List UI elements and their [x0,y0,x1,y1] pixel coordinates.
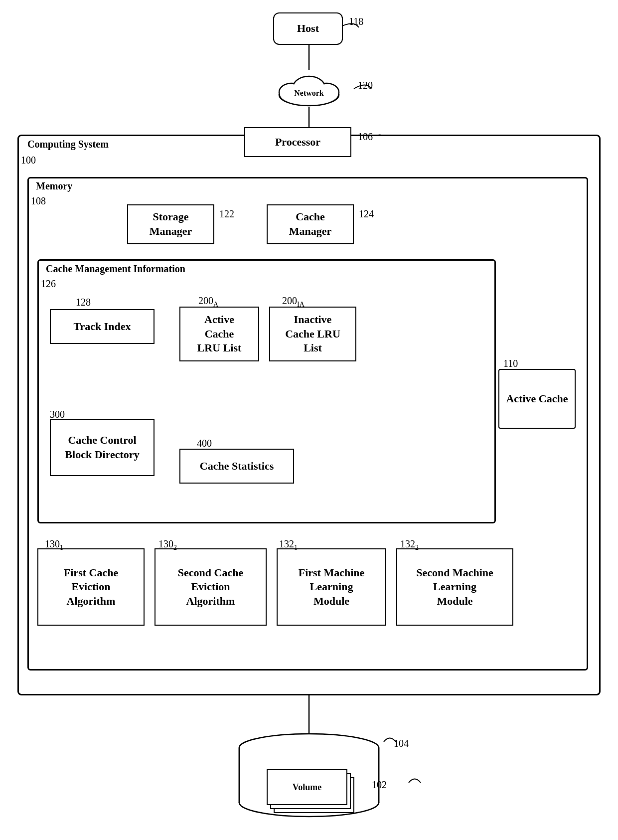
memory-label: Memory [36,180,72,192]
storage-manager-ref: 122 [219,208,234,220]
active-cache-lru-box: ActiveCacheLRU List [179,307,259,361]
diagram-container: Host 118 Network 120 Computing System 10… [0,0,618,840]
memory-ref: 108 [31,195,46,207]
computing-system-label: Computing System [27,139,109,150]
cache-statistics-label: Cache Statistics [200,459,274,474]
storage-manager-box: StorageManager [127,204,214,244]
second-ml-module-ref: 1322 [400,538,419,552]
svg-text:Volume: Volume [293,782,321,792]
cache-manager-ref: 124 [359,208,374,220]
cache-manager-label: CacheManager [289,210,332,238]
second-ml-module-box: Second MachineLearningModule [396,548,513,626]
second-cache-eviction-box: Second CacheEvictionAlgorithm [154,548,267,626]
cache-statistics-ref: 400 [197,438,212,449]
track-index-box: Track Index [50,309,154,344]
cache-control-block-box: Cache ControlBlock Directory [50,419,154,476]
first-cache-eviction-box: First CacheEvictionAlgorithm [37,548,145,626]
network-ref: 120 [358,80,373,91]
host-label: Host [297,21,319,36]
active-cache-lru-label: ActiveCacheLRU List [197,313,242,355]
inactive-cache-lru-box: InactiveCache LRUList [269,307,356,361]
second-cache-eviction-ref: 1302 [158,538,177,552]
first-ml-module-ref: 1321 [279,538,298,552]
cache-mgmt-info-ref: 126 [41,278,56,290]
cache-mgmt-info-box [37,259,496,523]
computing-system-ref: 100 [21,155,36,166]
first-cache-eviction-ref: 1301 [45,538,63,552]
track-index-ref: 128 [76,297,91,308]
first-cache-eviction-label: First CacheEvictionAlgorithm [64,566,118,609]
track-index-label: Track Index [73,320,131,334]
first-ml-module-box: First MachineLearningModule [277,548,386,626]
storage-manager-label: StorageManager [150,210,192,238]
host-box: Host [273,12,343,45]
storage-ref: 104 [394,738,409,749]
volume-container: Volume [264,763,364,818]
second-cache-eviction-label: Second CacheEvictionAlgorithm [178,566,243,609]
cache-statistics-box: Cache Statistics [179,449,294,484]
host-ref: 118 [349,16,363,27]
cache-control-block-label: Cache ControlBlock Directory [65,433,139,462]
active-cache-box: Active Cache [498,369,576,429]
cache-manager-box: CacheManager [267,204,354,244]
cache-mgmt-info-label: Cache Management Information [46,263,185,275]
processor-label: Processor [275,135,320,150]
first-ml-module-label: First MachineLearningModule [299,566,365,609]
volume-ref: 102 [372,779,387,791]
second-ml-module-label: Second MachineLearningModule [416,566,493,609]
processor-ref: 106 [358,131,373,143]
inactive-cache-lru-ref: 200IA [282,295,305,309]
active-cache-ref: 110 [503,358,518,369]
cache-control-block-ref: 300 [50,409,65,420]
svg-text:Network: Network [294,89,324,97]
processor-box: Processor [244,127,351,157]
active-cache-lru-ref: 200A [198,295,218,309]
active-cache-label: Active Cache [506,392,568,406]
network-cloud: Network [272,70,346,107]
inactive-cache-lru-label: InactiveCache LRUList [285,313,340,355]
